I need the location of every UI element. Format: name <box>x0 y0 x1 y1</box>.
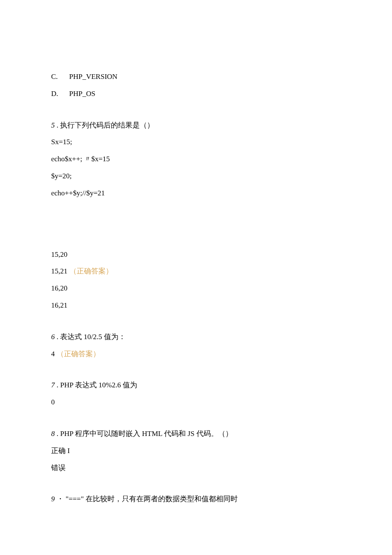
question-number: 6 <box>51 333 55 341</box>
option-c: C. PHP_VERSION <box>51 72 341 82</box>
option-letter: D. <box>51 89 67 99</box>
answer-option: 16,20 <box>51 283 341 293</box>
correct-marker: （正确答案） <box>57 350 100 358</box>
question-number: 7 <box>51 381 55 389</box>
question-5: 5 . 执行下列代码后的结果是（） <box>51 120 341 131</box>
question-9: 9 ・ "===" 在比较时，只有在两者的数据类型和值都相同时 <box>51 494 341 504</box>
answer-text: 16,20 <box>51 284 67 292</box>
code-line: echo$x++; 〃$x=15 <box>51 154 341 164</box>
question-text: 表达式 10/2.5 值为： <box>60 333 125 341</box>
correct-marker: （正确答案） <box>69 267 113 275</box>
option-d: D. PHP_OS <box>51 89 341 99</box>
answer-option: 15,21 （正确答案） <box>51 266 341 276</box>
question-separator: . <box>57 381 58 389</box>
option-text: PHP_VERSION <box>69 73 117 81</box>
option-letter: C. <box>51 72 67 82</box>
answer-option: 16,21 <box>51 300 341 311</box>
question-number: 5 <box>51 121 55 129</box>
question-text: PHP 程序中可以随时嵌入 HTML 代码和 JS 代码。（） <box>60 430 232 438</box>
code-line: Sx=15; <box>51 137 341 147</box>
question-separator: . <box>57 333 58 341</box>
question-7: 7 . PHP 表达式 10%2.6 值为 <box>51 380 341 390</box>
question-number: 9 <box>51 495 55 503</box>
question-separator: . <box>57 430 58 438</box>
question-separator: ・ <box>57 495 64 503</box>
option-text: PHP_OS <box>69 90 95 98</box>
code-line: echo++$y;//$y=21 <box>51 188 341 198</box>
question-text: PHP 表达式 10%2.6 值为 <box>60 381 137 389</box>
answer-text: 15,21 <box>51 267 67 275</box>
answer-text: 15,20 <box>51 250 67 259</box>
answer-option: 正确 I <box>51 446 341 456</box>
answer-text: 4 <box>51 350 55 358</box>
question-6: 6 . 表达式 10/2.5 值为： <box>51 332 341 342</box>
answer-text: 16,21 <box>51 301 67 309</box>
question-text: "===" 在比较时，只有在两者的数据类型和值都相同时 <box>66 495 238 503</box>
question-number: 8 <box>51 430 55 438</box>
answer-line: 4 （正确答案） <box>51 349 341 359</box>
answer-option: 错误 <box>51 463 341 473</box>
question-8: 8 . PHP 程序中可以随时嵌入 HTML 代码和 JS 代码。（） <box>51 429 341 439</box>
question-text: 执行下列代码后的结果是（） <box>60 121 154 129</box>
question-separator: . <box>57 121 58 129</box>
answer-line: 0 <box>51 397 341 407</box>
answer-option: 15,20 <box>51 250 341 260</box>
code-line: $y=20; <box>51 171 341 181</box>
document-page: C. PHP_VERSION D. PHP_OS 5 . 执行下列代码后的结果是… <box>0 0 392 555</box>
